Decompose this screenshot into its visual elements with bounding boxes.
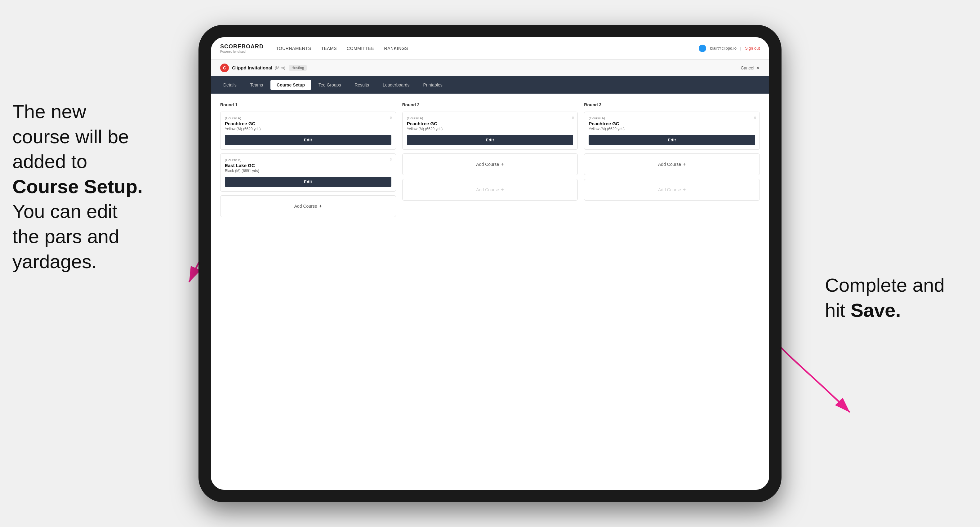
round-2-course-a-card: × (Course A) Peachtree GC Yellow (M) (66… bbox=[402, 112, 578, 150]
round-3-course-a-name: Peachtree GC bbox=[589, 121, 755, 126]
tab-details[interactable]: Details bbox=[217, 80, 243, 90]
round-1-course-a-card: × (Course A) Peachtree GC Yellow (M) (66… bbox=[220, 112, 396, 150]
round-3-course-a-edit-button[interactable]: Edit bbox=[589, 135, 755, 145]
logo-powered: Powered by clippd bbox=[220, 50, 264, 53]
round-3-course-a-close[interactable]: × bbox=[754, 115, 756, 121]
round-2-column: Round 2 × (Course A) Peachtree GC Yellow… bbox=[402, 102, 578, 481]
separator: | bbox=[740, 46, 741, 51]
tab-tee-groups[interactable]: Tee Groups bbox=[312, 80, 347, 90]
logo-scoreboard: SCOREBOARD bbox=[220, 43, 264, 50]
round-3-course-a-label: (Course A) bbox=[589, 116, 755, 120]
round-2-course-a-label: (Course A) bbox=[407, 116, 573, 120]
tab-course-setup[interactable]: Course Setup bbox=[270, 80, 311, 90]
round-1-course-b-edit-button[interactable]: Edit bbox=[225, 177, 391, 187]
nav-links: TOURNAMENTS TEAMS COMMITTEE RANKINGS bbox=[276, 46, 699, 51]
round-2-course-a-close[interactable]: × bbox=[571, 115, 574, 121]
round-2-add-plus-icon: + bbox=[501, 162, 504, 167]
sign-out-link[interactable]: Sign out bbox=[745, 46, 760, 51]
rounds-container: Round 1 × (Course A) Peachtree GC Yellow… bbox=[220, 102, 760, 481]
tournament-name: Clippd Invitational bbox=[232, 65, 272, 70]
round-1-course-a-edit-button[interactable]: Edit bbox=[225, 135, 391, 145]
cancel-icon[interactable]: ✕ bbox=[756, 65, 760, 70]
round-3-add-plus-icon: + bbox=[683, 162, 686, 167]
round-2-add-course-disabled: Add Course + bbox=[402, 179, 578, 200]
sub-header: C Clippd Invitational (Men) Hosting Canc… bbox=[211, 60, 769, 76]
course-setup-content: Round 1 × (Course A) Peachtree GC Yellow… bbox=[211, 94, 769, 490]
round-3-course-a-card: × (Course A) Peachtree GC Yellow (M) (66… bbox=[584, 112, 760, 150]
round-1-course-b-close[interactable]: × bbox=[390, 157, 392, 162]
round-1-add-course-button[interactable]: Add Course + bbox=[220, 195, 396, 217]
tablet-screen: SCOREBOARD Powered by clippd TOURNAMENTS… bbox=[211, 37, 769, 490]
top-nav: SCOREBOARD Powered by clippd TOURNAMENTS… bbox=[211, 37, 769, 60]
round-2-title: Round 2 bbox=[402, 102, 578, 107]
round-2-course-a-edit-button[interactable]: Edit bbox=[407, 135, 573, 145]
tournament-logo: C bbox=[220, 63, 229, 72]
round-3-title: Round 3 bbox=[584, 102, 760, 107]
left-annotation: The new course will be added to Course S… bbox=[13, 99, 174, 274]
round-3-course-a-details: Yellow (M) (6629 yds) bbox=[589, 127, 755, 131]
round-1-column: Round 1 × (Course A) Peachtree GC Yellow… bbox=[220, 102, 396, 481]
round-1-course-a-details: Yellow (M) (6629 yds) bbox=[225, 127, 391, 131]
round-1-title: Round 1 bbox=[220, 102, 396, 107]
logo-area: SCOREBOARD Powered by clippd bbox=[220, 43, 264, 53]
nav-tournaments[interactable]: TOURNAMENTS bbox=[276, 46, 311, 51]
round-1-course-b-details: Black (M) (6891 yds) bbox=[225, 169, 391, 173]
tab-printables[interactable]: Printables bbox=[417, 80, 449, 90]
right-annotation: Complete and hit Save. bbox=[825, 273, 961, 323]
user-avatar bbox=[699, 44, 706, 52]
round-3-column: Round 3 × (Course A) Peachtree GC Yellow… bbox=[584, 102, 760, 481]
round-2-add-course-button[interactable]: Add Course + bbox=[402, 154, 578, 175]
round-2-course-a-name: Peachtree GC bbox=[407, 121, 573, 126]
cancel-area[interactable]: Cancel ✕ bbox=[741, 65, 760, 70]
hosting-badge: Hosting bbox=[289, 65, 307, 71]
round-1-course-a-label: (Course A) bbox=[225, 116, 391, 120]
tablet-device: SCOREBOARD Powered by clippd TOURNAMENTS… bbox=[199, 25, 781, 502]
round-1-course-b-card: × (Course B) East Lake GC Black (M) (689… bbox=[220, 154, 396, 192]
tab-leaderboards[interactable]: Leaderboards bbox=[377, 80, 415, 90]
tab-teams[interactable]: Teams bbox=[244, 80, 269, 90]
round-2-course-a-details: Yellow (M) (6629 yds) bbox=[407, 127, 573, 131]
tournament-gender: (Men) bbox=[275, 65, 285, 70]
user-email: blair@clippd.io bbox=[710, 46, 736, 51]
nav-committee[interactable]: COMMITTEE bbox=[347, 46, 374, 51]
nav-rankings[interactable]: RANKINGS bbox=[384, 46, 408, 51]
round-1-course-a-name: Peachtree GC bbox=[225, 121, 391, 126]
round-2-add-plus-disabled-icon: + bbox=[501, 187, 504, 192]
round-1-course-a-close[interactable]: × bbox=[390, 115, 392, 121]
round-3-add-course-disabled: Add Course + bbox=[584, 179, 760, 200]
nav-teams[interactable]: TEAMS bbox=[321, 46, 337, 51]
round-3-add-plus-disabled-icon: + bbox=[683, 187, 686, 192]
cancel-label[interactable]: Cancel bbox=[741, 65, 754, 70]
round-1-course-b-label: (Course B) bbox=[225, 158, 391, 162]
nav-right: blair@clippd.io | Sign out bbox=[699, 44, 760, 52]
round-1-add-plus-icon: + bbox=[319, 203, 322, 209]
round-3-add-course-button[interactable]: Add Course + bbox=[584, 154, 760, 175]
tab-results[interactable]: Results bbox=[348, 80, 375, 90]
round-1-course-b-name: East Lake GC bbox=[225, 163, 391, 168]
tab-bar: Details Teams Course Setup Tee Groups Re… bbox=[211, 76, 769, 94]
